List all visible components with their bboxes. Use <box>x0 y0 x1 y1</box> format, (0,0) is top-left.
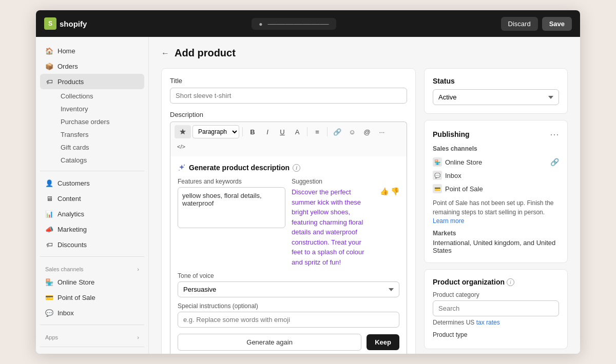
sidebar-item-orders[interactable]: 📦 Orders <box>40 58 144 74</box>
features-input[interactable]: yellow shoes, floral details, waterproof <box>178 187 285 228</box>
layout: 🏠 Home 📦 Orders 🏷 Products Collections I… <box>36 37 580 354</box>
thumbs-down-button[interactable]: 👎 <box>391 187 399 195</box>
ai-panel-title: Generate product description <box>189 164 290 172</box>
sidebar-sub-inventory[interactable]: Inventory <box>56 103 144 115</box>
thumbs-up-button[interactable]: 👍 <box>380 187 389 195</box>
topnav-center: ● ────────────── <box>93 18 494 30</box>
product-details-card: Title Description Paragraph <box>161 68 416 354</box>
ai-generate-panel: Generate product description i Features … <box>170 156 407 354</box>
special-instructions-input[interactable] <box>178 312 399 328</box>
page-title: Add product <box>175 47 236 59</box>
align-button[interactable]: ≡ <box>311 125 324 138</box>
text-color-button[interactable]: A <box>291 125 304 138</box>
learn-more-link[interactable]: Learn more <box>433 217 464 225</box>
right-panel: Status Active Draft Publishing ⋯ Sales c… <box>424 68 568 349</box>
tone-section: Tone of voice Persuasive Friendly Profes… <box>178 272 399 297</box>
suggestion-col: Suggestion 👍 👎 Discover the perfect summ… <box>292 178 399 267</box>
markets-label: Markets <box>433 230 559 237</box>
sidebar-item-discounts[interactable]: 🏷 Discounts <box>40 237 144 252</box>
italic-button[interactable]: I <box>261 125 274 138</box>
emoji-button[interactable]: ☺ <box>345 125 359 138</box>
tone-select[interactable]: Persuasive Friendly Professional Informa… <box>178 281 399 297</box>
toolbar-sep-1 <box>242 127 243 136</box>
apps-expand-icon[interactable]: › <box>137 334 139 340</box>
sidebar-item-analytics[interactable]: 📊 Analytics <box>40 206 144 221</box>
title-input[interactable] <box>170 88 407 104</box>
sidebar-products-submenu: Collections Inventory Purchase orders Tr… <box>40 90 144 167</box>
sidebar-sub-transfers[interactable]: Transfers <box>56 128 144 141</box>
sidebar-item-home[interactable]: 🏠 Home <box>40 43 144 58</box>
code-button[interactable]: </> <box>175 140 188 153</box>
sidebar-divider-3 <box>40 325 144 325</box>
discounts-icon: 🏷 <box>45 240 53 249</box>
sidebar-sub-gift-cards[interactable]: Gift cards <box>56 141 144 154</box>
publishing-more-icon[interactable]: ⋯ <box>550 129 559 140</box>
publishing-title: Publishing <box>433 130 470 138</box>
sidebar-item-marketing[interactable]: 📣 Marketing <box>40 221 144 237</box>
analytics-icon: 📊 <box>45 210 53 218</box>
link-button[interactable]: 🔗 <box>331 125 344 138</box>
sidebar-item-settings[interactable]: ⚙ Settings <box>40 351 144 354</box>
left-column: Title Description Paragraph <box>161 68 416 354</box>
app-window: S shopify ● ────────────── Discard Save … <box>36 10 580 354</box>
sidebar-divider-1 <box>40 171 144 171</box>
sidebar-discounts-label: Discounts <box>57 241 87 249</box>
svg-point-1 <box>179 170 180 171</box>
store-name: ● ────────────── <box>252 18 336 30</box>
pos-note: Point of Sale has not been set up. Finis… <box>433 198 559 217</box>
logo: S shopify <box>44 17 87 30</box>
generate-again-button[interactable]: Generate again <box>178 334 361 351</box>
ai-info-icon: i <box>293 164 300 172</box>
keep-button[interactable]: Keep <box>367 334 399 350</box>
channel-item-online-store: 🏪 Online Store 🔗 <box>433 155 559 169</box>
sidebar-item-inbox[interactable]: 💬 Inbox <box>40 305 144 320</box>
sidebar-sub-collections[interactable]: Collections <box>56 90 144 103</box>
sidebar-item-customers[interactable]: 👤 Customers <box>40 175 144 191</box>
features-label: Features and keywords <box>178 178 285 185</box>
pos-channel-icon: 💳 <box>433 184 442 193</box>
sidebar-sub-catalogs[interactable]: Catalogs <box>56 154 144 167</box>
ai-sparkle-icon <box>178 164 186 172</box>
sidebar-item-content[interactable]: 🖥 Content <box>40 191 144 206</box>
paragraph-select[interactable]: Paragraph <box>192 125 239 138</box>
apps-section: Apps › <box>40 329 144 342</box>
ai-panel-header: Generate product description i <box>178 164 399 172</box>
org-info-icon: i <box>507 278 514 286</box>
save-button[interactable]: Save <box>542 17 572 31</box>
suggestion-label: Suggestion <box>292 178 399 185</box>
status-select[interactable]: Active Draft <box>433 89 559 105</box>
toolbar-sep-2 <box>307 127 307 136</box>
ai-panel-footer: Generate again Keep <box>178 334 399 351</box>
tax-note-text: Determines US <box>433 319 474 326</box>
description-section: Description Paragraph B <box>170 111 407 354</box>
sidebar-content-label: Content <box>57 195 81 203</box>
special-instructions-label: Special instructions (optional) <box>178 302 399 310</box>
sidebar-inbox-label: Inbox <box>57 309 74 317</box>
sidebar-item-products[interactable]: 🏷 Products <box>40 74 144 89</box>
orders-icon: 📦 <box>45 62 53 70</box>
sidebar-sub-purchase-orders[interactable]: Purchase orders <box>56 115 144 128</box>
sidebar-item-online-store[interactable]: 🏪 Online Store <box>40 274 144 290</box>
sidebar-item-point-of-sale[interactable]: 💳 Point of Sale <box>40 290 144 305</box>
markets-value: International, United kingdom, and Unite… <box>433 239 559 254</box>
tax-rates-link[interactable]: tax rates <box>476 319 500 326</box>
content-grid: Title Description Paragraph <box>161 68 568 354</box>
sales-channels-expand-icon[interactable]: › <box>137 266 139 272</box>
underline-button[interactable]: U <box>276 125 289 138</box>
description-toolbar: Paragraph B I U A ≡ 🔗 <box>170 122 407 156</box>
sidebar-analytics-label: Analytics <box>57 210 84 218</box>
more-options-button[interactable]: ··· <box>375 125 389 138</box>
bold-button[interactable]: B <box>246 125 259 138</box>
discard-button[interactable]: Discard <box>501 17 538 31</box>
mention-button[interactable]: @ <box>360 125 374 138</box>
sidebar-orders-label: Orders <box>57 63 78 70</box>
sidebar-pos-label: Point of Sale <box>57 294 95 301</box>
back-button[interactable]: ← <box>161 49 169 58</box>
description-label: Description <box>170 111 407 118</box>
org-title: Product organization <box>433 278 505 286</box>
product-category-search[interactable] <box>433 300 559 316</box>
channel-item-inbox: 💬 Inbox <box>433 169 559 182</box>
online-store-icon: 🏪 <box>45 278 53 286</box>
toolbar-magic-btn[interactable] <box>175 125 191 138</box>
special-instructions-section: Special instructions (optional) <box>178 302 399 328</box>
